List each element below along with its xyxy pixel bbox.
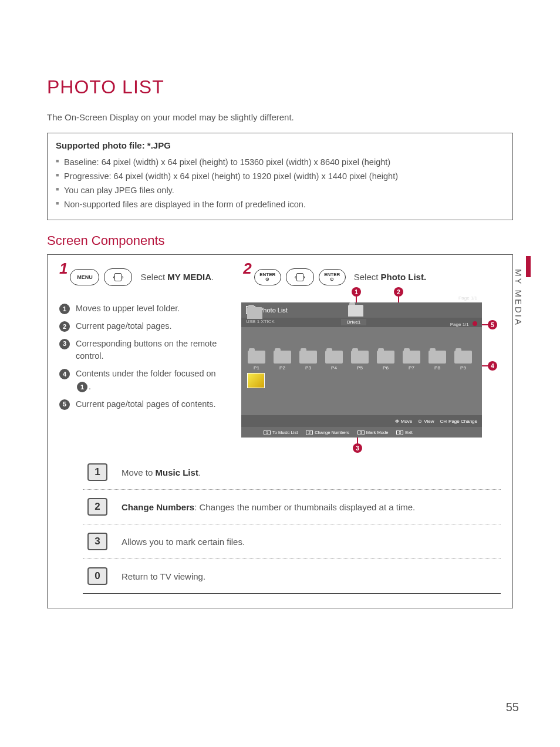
osd-drive-label: Drive1 bbox=[341, 319, 366, 325]
folder-cell: P2 bbox=[273, 351, 292, 371]
step-number: 2 bbox=[243, 260, 251, 278]
callout-1: 1 bbox=[352, 287, 361, 297]
callout-4: 4 bbox=[488, 361, 497, 371]
intro-text: The On-Screen Display on your model may … bbox=[47, 112, 513, 122]
osd-btn-music: 1To Music List bbox=[264, 430, 298, 435]
legend-bullet-4: 4 bbox=[59, 369, 70, 379]
legend-bullet-2: 2 bbox=[59, 321, 70, 332]
row-desc: Move to Music List. bbox=[122, 467, 201, 477]
drive-selected bbox=[347, 305, 365, 318]
osd-btn-exit: 0Exit bbox=[396, 430, 412, 435]
drive-up-icon bbox=[246, 307, 264, 319]
callout-3: 3 bbox=[353, 443, 362, 453]
osd-hint-bar: ✥ Move ⊙ View CH Page Change bbox=[241, 415, 482, 427]
page-number: 55 bbox=[506, 701, 519, 714]
legend-bullet-3: 3 bbox=[59, 339, 70, 349]
legend-text: Current page/total pages of contents. bbox=[76, 398, 216, 411]
legend-text: Current page/total pages. bbox=[76, 320, 172, 333]
support-item: Non-supported files are displayed in the… bbox=[56, 197, 504, 211]
legend-list: 1Moves to upper level folder. 2Current p… bbox=[59, 302, 224, 438]
osd-screenshot: 1 2 4 5 3 Photo List USB 1 XTICK Page 1/… bbox=[235, 302, 501, 438]
osd-btn-mark: 3Mark Mode bbox=[357, 430, 388, 435]
folder-cell: P4 bbox=[325, 351, 343, 371]
osd-page-sub: Page 1/1 bbox=[450, 321, 477, 327]
remote-button-table: 1 Move to Music List. 2 Change Numbers: … bbox=[83, 455, 501, 594]
row-desc: Change Numbers: Changes the number or th… bbox=[122, 502, 415, 512]
keycap-2: 2 bbox=[87, 498, 107, 516]
row-desc: Return to TV viewing. bbox=[122, 571, 205, 581]
callout-5: 5 bbox=[488, 320, 497, 329]
keycap-0: 0 bbox=[87, 567, 107, 585]
folder-cell: P9 bbox=[454, 351, 473, 371]
keycap-1: 1 bbox=[87, 463, 107, 481]
dpad-icon: ‹› bbox=[104, 268, 132, 286]
folder-cell: P6 bbox=[376, 351, 395, 371]
dpad-icon: ‹› bbox=[286, 268, 314, 286]
table-row: 2 Change Numbers: Changes the number or … bbox=[83, 490, 501, 524]
menu-button-icon: MENU bbox=[70, 269, 99, 285]
step-1-text: Select MY MEDIA. bbox=[140, 272, 214, 282]
legend-text: Corresponding buttons on the remote cont… bbox=[76, 338, 224, 364]
folder-cell: P7 bbox=[402, 351, 421, 371]
table-row: 1 Move to Music List. bbox=[83, 455, 501, 490]
support-item: Progressive: 64 pixel (width) x 64 pixel… bbox=[56, 169, 504, 183]
step-2: 2 ENTER⊙ ‹› ENTER⊙ Select Photo List. bbox=[243, 268, 426, 286]
legend-text: Contents under the folder focused on 1. bbox=[76, 368, 224, 393]
osd-btn-change: 2Change Numbers bbox=[306, 430, 349, 435]
enter-button-icon: ENTER⊙ bbox=[254, 269, 281, 285]
table-row: 0 Return to TV viewing. bbox=[83, 559, 501, 594]
photo-thumbnail bbox=[247, 373, 265, 388]
move-hint: ✥ Move bbox=[395, 419, 413, 424]
keycap-3: 3 bbox=[87, 533, 107, 550]
legend-bullet-1: 1 bbox=[59, 304, 70, 314]
row-desc: Allows you to mark certain files. bbox=[122, 537, 245, 547]
page-change-hint: CH Page Change bbox=[440, 419, 478, 424]
step-1: 1 MENU ‹› Select MY MEDIA. bbox=[59, 268, 214, 286]
page-title: PHOTO LIST bbox=[47, 76, 513, 98]
nav-steps: 1 MENU ‹› Select MY MEDIA. 2 ENTER⊙ ‹› E… bbox=[59, 268, 501, 286]
supported-files-box: Supported photo file: *.JPG Baseline: 64… bbox=[47, 133, 513, 220]
support-item: Baseline: 64 pixel (width) x 64 pixel (h… bbox=[56, 155, 504, 169]
osd-button-bar: 1To Music List 2Change Numbers 3Mark Mod… bbox=[241, 427, 482, 438]
folder-cell: P1 bbox=[247, 351, 266, 371]
enter-button-icon: ENTER⊙ bbox=[319, 269, 346, 285]
screen-components-heading: Screen Components bbox=[47, 233, 513, 248]
legend-text: Moves to upper level folder. bbox=[76, 302, 180, 315]
view-hint: ⊙ View bbox=[418, 419, 434, 424]
supported-heading: Supported photo file: *.JPG bbox=[56, 140, 504, 150]
step-2-text: Select Photo List. bbox=[354, 272, 426, 282]
side-tab-label: MY MEDIA bbox=[514, 269, 524, 327]
table-row: 3 Allows you to mark certain files. bbox=[83, 524, 501, 559]
side-tab-accent bbox=[526, 256, 531, 277]
legend-bullet-5: 5 bbox=[59, 399, 70, 410]
callout-2: 2 bbox=[394, 287, 403, 297]
folder-cell: P5 bbox=[350, 351, 369, 371]
folder-cell: P3 bbox=[299, 351, 318, 371]
support-item: You can play JPEG files only. bbox=[56, 183, 504, 197]
screen-components-box: 1 MENU ‹› Select MY MEDIA. 2 ENTER⊙ ‹› E… bbox=[47, 254, 513, 608]
osd-page-top: Page 1/1 bbox=[458, 295, 477, 301]
folder-cell: P8 bbox=[428, 351, 447, 371]
step-number: 1 bbox=[59, 260, 68, 278]
